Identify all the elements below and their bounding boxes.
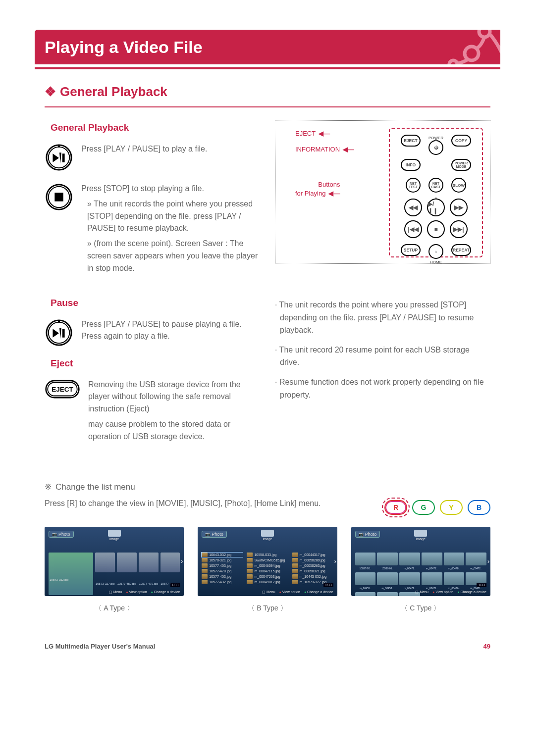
remote-next-button: ▶▶| [450, 220, 468, 238]
play-pause-button-icon [45, 318, 73, 347]
list-item: 10570-321.jpg [202, 558, 243, 562]
svg-rect-6 [62, 153, 65, 162]
list-item: m_00047263.jpg [247, 574, 288, 579]
diamond-icon: ❖ [45, 84, 56, 99]
footer-change-device: Change a device [304, 590, 333, 594]
color-button-b: B [468, 500, 490, 515]
arrow-right-icon: › [487, 558, 489, 565]
reference-mark-icon: ※ [45, 482, 52, 492]
page-counter: 1/33 [323, 583, 333, 587]
thumbnail [355, 572, 376, 585]
thumbnail [444, 553, 465, 565]
thumbnail [422, 572, 442, 585]
thumbnail-label: m_00458.. [377, 587, 398, 591]
thumbnail [444, 572, 465, 585]
screenshot-b-type: Photo image 10643-032.jpg10558-033.jpgm_… [198, 527, 337, 596]
list-item: 10577-453.jpg [202, 563, 243, 568]
list-item: m_00049012.jpg [247, 580, 288, 584]
stop-instruction-2: » The unit records the point where you p… [81, 198, 260, 235]
svg-rect-13 [62, 329, 65, 337]
remote-play-pause-button: ▶/❙❙ [427, 199, 445, 216]
footer-view-option: View option [279, 590, 300, 594]
stop-button-icon [45, 183, 73, 211]
eject-instruction-1: Removing the USB storage device from the… [88, 379, 260, 415]
chapter-title: Playing a Video File [45, 38, 203, 57]
screenshot-c-type: Photo image 10827-95..10588-06..m_00471.… [351, 527, 490, 596]
thumbnail-label: m_00472.. [422, 567, 442, 571]
thumbnail [466, 553, 486, 565]
thumbnail [377, 553, 398, 565]
remote-home-button: ⌂ [428, 244, 443, 259]
screenshot-a-type: Photo image 10573-327.jpg10577-453.jpg10… [45, 527, 184, 596]
thumbnail [377, 592, 398, 596]
remote-body: EJECT POWER ⏻ COPY INFO POWER MODE [389, 128, 483, 257]
svg-rect-9 [54, 193, 63, 201]
thumbnail-label: m_00478.. [444, 567, 465, 571]
remote-rewind-button: ◀◀ [404, 199, 422, 216]
caption-c-type: 〈 C Type 〉 [351, 604, 490, 613]
list-item: m_00050280.jpg [292, 558, 333, 562]
thumbnail [355, 553, 376, 565]
color-button-r: R [384, 500, 407, 515]
remote-stop-button: ■ [427, 220, 445, 238]
notes-list: The unit records the point where you pre… [275, 299, 490, 401]
footer-change-device: Change a device [151, 590, 180, 594]
footer-menu: ▢ Menu [262, 590, 275, 594]
note-1: The unit records the point where you pre… [275, 299, 490, 337]
thumbnail [355, 592, 376, 596]
footer-change-device: Change a device [457, 590, 486, 594]
page-footer: LG Multimedia Player User's Manual 49 [45, 643, 490, 650]
list-item: m_00050321.jpg [292, 569, 333, 573]
caption-a-type: 〈 A Type 〉 [45, 604, 184, 613]
callout-playing-buttons: Buttons for Playing ◀— [295, 180, 340, 198]
eject-instruction-2: may cause problem to the stored data or … [88, 418, 260, 443]
hdd-icon [414, 530, 427, 537]
hdd-label: image [263, 537, 272, 541]
list-item: m_00044317.jpg [292, 553, 333, 557]
page-number: 49 [483, 643, 490, 650]
thumbnail [422, 553, 442, 565]
photo-tab: Photo [49, 531, 74, 538]
play-pause-button-icon [45, 143, 73, 172]
subsection-general-playback: General Playback [45, 122, 260, 133]
callout-eject: EJECT◀— [295, 130, 330, 137]
subsection-pause: Pause [45, 298, 260, 308]
remote-eject-button: EJECT [401, 135, 421, 147]
caption-b-type: 〈 B Type 〉 [198, 604, 337, 613]
hdd-icon [261, 530, 274, 537]
eject-button-icon: EJECT [45, 379, 80, 400]
svg-point-5 [58, 146, 60, 148]
list-item: SwativCIMG515.jpg [247, 558, 288, 562]
svg-point-12 [58, 320, 60, 322]
color-button-y: Y [440, 500, 463, 515]
remote-net-test-button: NET TEST [406, 178, 421, 193]
footer-menu: ▢ Menu [109, 590, 122, 594]
svg-point-11 [49, 322, 70, 343]
remote-slow-button: SLOW [451, 178, 466, 193]
remote-fastforward-button: ▶▶ [450, 199, 468, 216]
list-item: 10577-432.jpg [202, 580, 243, 584]
color-button-row: R G Y B [384, 497, 490, 515]
note-2: The unit record 20 resume point for each… [275, 344, 490, 369]
svg-point-1 [465, 47, 479, 60]
list-item: m_00046094.jpg [247, 563, 288, 568]
remote-setup-button: SETUP [401, 244, 421, 256]
thumbnail-label: m_00455.. [355, 587, 376, 591]
pause-instruction: Press [PLAY / PAUSE] to pause playing a … [81, 318, 260, 343]
remote-repeat-button: REPEAT [451, 244, 471, 256]
photo-tab: Photo [355, 531, 380, 538]
svg-point-2 [449, 60, 457, 64]
hdd-icon [108, 530, 121, 537]
remote-prev-button: |◀◀ [404, 220, 422, 238]
change-menu-heading: ※Change the list menu [45, 482, 490, 492]
svg-point-10 [47, 320, 71, 345]
thumbnail-label: 10827-95.. [355, 567, 376, 571]
arrow-right-icon: › [334, 558, 336, 565]
chapter-banner: Playing a Video File [35, 30, 500, 64]
thumbnail-label: m_00471.. [399, 567, 420, 571]
remote-copy-button: COPY [451, 135, 471, 147]
photo-tab: Photo [202, 531, 227, 538]
list-item: m_00047115.jpg [247, 569, 288, 573]
list-item: m_00050263.jpg [292, 563, 333, 568]
svg-point-4 [49, 147, 70, 168]
